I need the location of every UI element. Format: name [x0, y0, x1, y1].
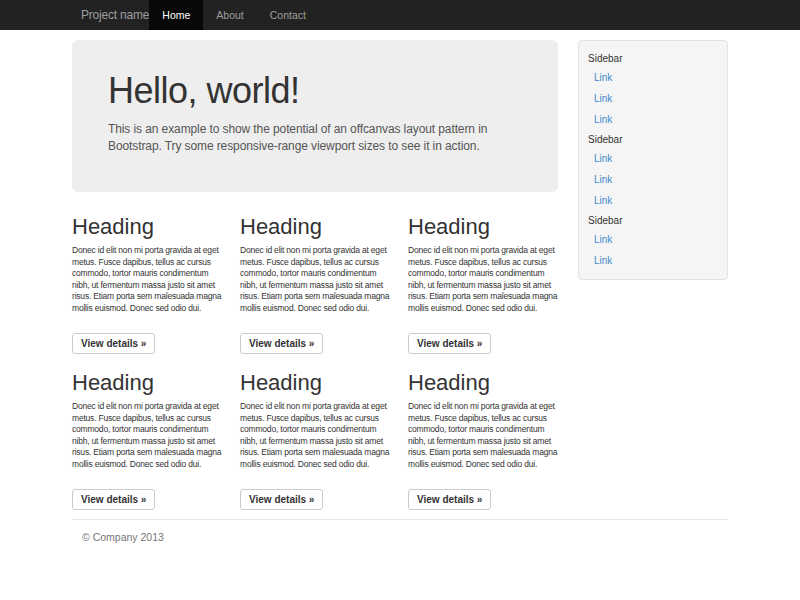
- view-details-button[interactable]: View details »: [240, 333, 323, 354]
- sidebar-group: Sidebar Link Link Link: [588, 130, 717, 211]
- card-body-text: Donec id elit non mi porta gravida at eg…: [240, 245, 394, 326]
- card-body-text: Donec id elit non mi porta gravida at eg…: [240, 401, 394, 482]
- sidebar-link[interactable]: Link: [588, 190, 717, 211]
- sidebar-link[interactable]: Link: [588, 229, 717, 250]
- sidebar-link[interactable]: Link: [588, 148, 717, 169]
- card-heading: Heading: [240, 371, 394, 395]
- footer-divider: [72, 519, 728, 520]
- sidebar-well: Sidebar Link Link Link Sidebar Link Link…: [578, 40, 728, 280]
- card-body-text: Donec id elit non mi porta gravida at eg…: [408, 401, 562, 482]
- sidebar-group-label: Sidebar: [588, 211, 717, 229]
- view-details-button[interactable]: View details »: [72, 333, 155, 354]
- page-container: Hello, world! This is an example to show…: [72, 40, 728, 543]
- page-footer: © Company 2013: [72, 531, 728, 543]
- navbar-brand[interactable]: Project name: [81, 0, 149, 30]
- top-navbar: Project name Home About Contact: [0, 0, 800, 30]
- page-title: Hello, world!: [108, 71, 528, 111]
- sidebar-group-label: Sidebar: [588, 130, 717, 148]
- main-content-column: Hello, world! This is an example to show…: [72, 40, 576, 510]
- jumbotron: Hello, world! This is an example to show…: [72, 40, 558, 192]
- card-heading: Heading: [408, 371, 562, 395]
- sidebar-group-label: Sidebar: [588, 49, 717, 67]
- card-heading: Heading: [72, 371, 226, 395]
- sidebar-link[interactable]: Link: [588, 169, 717, 190]
- card-body-text: Donec id elit non mi porta gravida at eg…: [72, 401, 226, 482]
- content-card: Heading Donec id elit non mi porta gravi…: [408, 215, 576, 354]
- view-details-button[interactable]: View details »: [408, 333, 491, 354]
- sidebar-link[interactable]: Link: [588, 109, 717, 130]
- sidebar-group: Sidebar Link Link: [588, 211, 717, 271]
- view-details-button[interactable]: View details »: [408, 489, 491, 510]
- jumbotron-description: This is an example to show the potential…: [108, 121, 528, 155]
- content-card: Heading Donec id elit non mi porta gravi…: [240, 215, 408, 354]
- content-card: Heading Donec id elit non mi porta gravi…: [72, 371, 240, 510]
- sidebar-link[interactable]: Link: [588, 67, 717, 88]
- card-body-text: Donec id elit non mi porta gravida at eg…: [408, 245, 562, 326]
- nav-item-home[interactable]: Home: [149, 0, 203, 30]
- content-card: Heading Donec id elit non mi porta gravi…: [240, 371, 408, 510]
- content-card: Heading Donec id elit non mi porta gravi…: [72, 215, 240, 354]
- card-body-text: Donec id elit non mi porta gravida at eg…: [72, 245, 226, 326]
- content-card: Heading Donec id elit non mi porta gravi…: [408, 371, 576, 510]
- cards-grid: Heading Donec id elit non mi porta gravi…: [72, 215, 576, 510]
- card-heading: Heading: [408, 215, 562, 239]
- view-details-button[interactable]: View details »: [240, 489, 323, 510]
- sidebar-group: Sidebar Link Link Link: [588, 49, 717, 130]
- main-row: Hello, world! This is an example to show…: [72, 40, 728, 510]
- nav-item-contact[interactable]: Contact: [257, 0, 319, 30]
- card-heading: Heading: [240, 215, 394, 239]
- copyright-text: © Company 2013: [82, 531, 728, 543]
- view-details-button[interactable]: View details »: [72, 489, 155, 510]
- card-heading: Heading: [72, 215, 226, 239]
- nav-item-about[interactable]: About: [203, 0, 256, 30]
- sidebar-link[interactable]: Link: [588, 250, 717, 271]
- sidebar-link[interactable]: Link: [588, 88, 717, 109]
- navbar-container: Project name Home About Contact: [72, 0, 728, 30]
